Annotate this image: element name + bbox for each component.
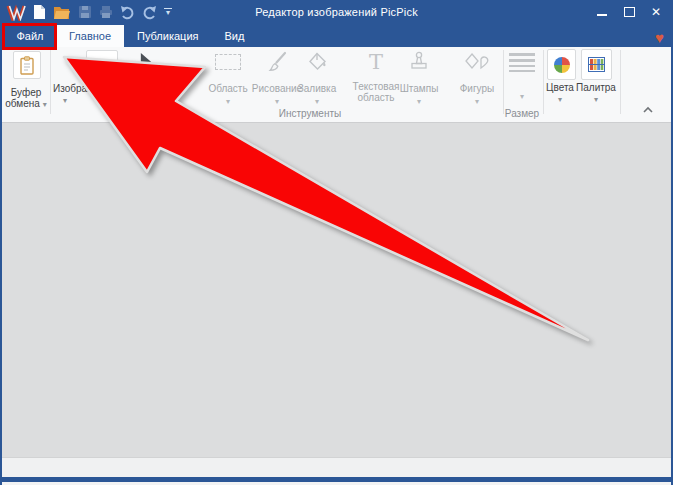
maximize-button[interactable]	[622, 5, 636, 19]
redo-icon[interactable]	[142, 5, 157, 20]
tool-region[interactable]: Область ▾	[201, 47, 255, 106]
palette-button[interactable]	[581, 49, 612, 80]
dropdown-icon: ▾	[43, 100, 47, 109]
quick-access-toolbar: ▾	[6, 0, 172, 24]
image-button[interactable]	[86, 50, 118, 76]
dropdown-icon: ▾	[290, 98, 344, 106]
dropdown-icon: ▾	[392, 98, 446, 106]
group-label-size: Размер	[505, 108, 539, 119]
close-button[interactable]: ✕	[649, 5, 663, 19]
status-bar	[2, 457, 671, 478]
dropdown-icon: ▾	[568, 96, 624, 104]
group-separator	[50, 50, 51, 114]
maximize-icon	[624, 7, 635, 17]
tab-home[interactable]: Главное	[56, 25, 124, 47]
editor-canvas	[2, 123, 671, 457]
open-folder-icon[interactable]	[53, 5, 71, 20]
group-label-tools: Инструменты	[279, 108, 341, 119]
palette-icon	[588, 57, 605, 72]
clipboard-label[interactable]: Буфер обмена ▾	[0, 87, 53, 109]
size-lines-icon	[509, 53, 535, 72]
colors-button[interactable]	[547, 49, 576, 80]
new-file-icon[interactable]	[33, 4, 46, 20]
text-icon: T	[369, 51, 383, 73]
clipboard-icon	[19, 56, 35, 75]
paint-bucket-icon	[306, 51, 328, 73]
minimize-icon	[597, 14, 607, 16]
tab-share[interactable]: Публикация	[124, 24, 211, 47]
picpick-logo-icon	[6, 4, 26, 21]
window-controls: ✕	[595, 0, 663, 24]
dropdown-icon[interactable]: ▾	[63, 97, 67, 105]
tab-view[interactable]: Вид	[212, 24, 258, 47]
shapes-icon	[464, 51, 490, 73]
picpick-window: ▾ Редактор изображений PicPick ✕ Файл Гл…	[0, 0, 673, 485]
stamp-icon	[408, 51, 430, 73]
ribbon: Буфер обмена ▾ Изображение ▾ Область ▾	[2, 47, 671, 123]
colors-icon	[554, 57, 570, 73]
ribbon-tab-bar: Файл Главное Публикация Вид ♥	[2, 24, 671, 47]
region-icon	[215, 54, 241, 70]
tool-stamps[interactable]: Штампы ▾	[392, 47, 446, 106]
titlebar: ▾ Редактор изображений PicPick ✕	[2, 0, 671, 24]
image-label[interactable]: Изображение	[53, 83, 123, 94]
customize-toolbar-icon[interactable]: ▾	[164, 8, 172, 16]
palette-label[interactable]: Палитра ▾	[568, 82, 624, 104]
print-icon[interactable]	[99, 5, 113, 19]
group-separator	[620, 50, 621, 114]
collapse-ribbon-button[interactable]	[642, 106, 654, 114]
minimize-button[interactable]	[595, 5, 609, 19]
highlight-box-annotation	[2, 23, 57, 50]
clipboard-button[interactable]	[13, 51, 41, 79]
dropdown-icon: ▾	[201, 98, 255, 106]
save-icon[interactable]	[78, 5, 92, 19]
select-tool-icon[interactable]	[138, 53, 156, 72]
tool-fill[interactable]: Заливка ▾	[290, 47, 344, 106]
brush-icon	[266, 51, 288, 73]
heart-icon[interactable]: ♥	[655, 30, 664, 45]
undo-icon[interactable]	[120, 5, 135, 20]
close-icon: ✕	[651, 6, 661, 18]
